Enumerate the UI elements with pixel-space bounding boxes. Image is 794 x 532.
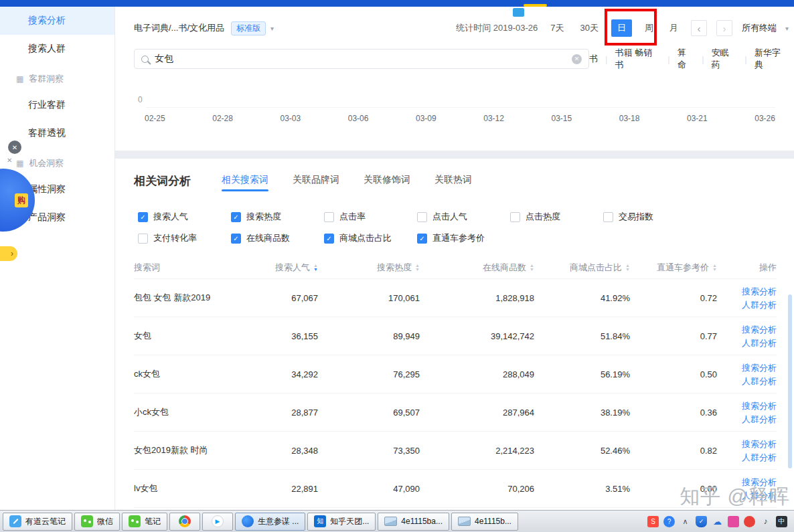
metric-checkbox-1[interactable]: ✓搜索热度 xyxy=(231,211,324,223)
help-icon[interactable]: ? xyxy=(663,516,675,527)
action-link-0[interactable]: 搜索分析 xyxy=(742,286,777,297)
hot-link-3[interactable]: 安眠药 xyxy=(712,47,738,71)
range-button-0[interactable]: 7天 xyxy=(547,19,567,37)
sidebar-item-0[interactable]: 搜索分析 xyxy=(0,7,114,35)
checkbox-icon[interactable] xyxy=(324,212,334,222)
value-cell: 28,348 xyxy=(241,446,318,456)
metric-checkbox-3[interactable]: 点击人气 xyxy=(417,211,510,223)
action-link-1[interactable]: 人群分析 xyxy=(742,337,777,349)
search-input[interactable] xyxy=(155,54,572,64)
checkbox-icon[interactable]: ✓ xyxy=(231,212,241,222)
action-link-1[interactable]: 人群分析 xyxy=(742,299,777,311)
checkbox-icon[interactable]: ✓ xyxy=(231,234,241,244)
red-app-icon[interactable] xyxy=(744,516,755,527)
tab-0[interactable]: 相关搜索词 xyxy=(222,169,268,196)
checkbox-icon[interactable] xyxy=(510,212,520,222)
range-button-4[interactable]: 月 xyxy=(666,19,682,37)
sidebar-item-3[interactable]: 行业客群 xyxy=(0,91,114,119)
date-range-buttons: 7天30天日周月 xyxy=(547,19,682,37)
taskbar-item-0[interactable]: 有道云笔记 xyxy=(3,513,72,531)
metric-checkbox-9[interactable]: ✓直通车参考价 xyxy=(417,232,510,244)
metric-checkbox-5[interactable]: 交易指数 xyxy=(603,211,696,223)
taskbar-item-6[interactable]: 知知乎天团... xyxy=(307,513,376,531)
checkbox-icon[interactable]: ✓ xyxy=(417,234,427,244)
sort-icons[interactable]: ▲▼ xyxy=(530,264,534,272)
table-header: 搜索词搜索人气▲▼搜索热度▲▼在线商品数▲▼商城点击占比▲▼直通车参考价▲▼操作 xyxy=(134,256,777,279)
taskbar-item-8[interactable]: 4e1115b... xyxy=(451,513,518,531)
action-link-1[interactable]: 人群分析 xyxy=(742,414,777,425)
column-header-4[interactable]: 商城点击占比▲▼ xyxy=(534,262,630,274)
value-cell: 47,090 xyxy=(318,484,420,494)
range-button-2[interactable]: 日 xyxy=(611,19,632,37)
sogou-icon[interactable]: S xyxy=(647,516,659,527)
range-button-3[interactable]: 周 xyxy=(641,19,657,37)
metric-checkbox-2[interactable]: 点击率 xyxy=(324,211,417,223)
metric-checkbox-0[interactable]: ✓搜索人气 xyxy=(138,211,231,223)
defender-shield-icon[interactable]: ✓ xyxy=(696,516,707,527)
hot-link-1[interactable]: 书籍 畅销书 xyxy=(615,47,660,71)
metric-checkbox-4[interactable]: 点击热度 xyxy=(510,211,603,223)
taskbar-item-5[interactable]: 生意参谋 ... xyxy=(235,513,305,531)
ad-close-button[interactable]: ✕ xyxy=(8,141,21,154)
sort-icons[interactable]: ▲▼ xyxy=(712,264,717,272)
prev-page-button[interactable]: ‹ xyxy=(691,20,707,36)
sidebar-item-1[interactable]: 搜索人群 xyxy=(0,35,114,63)
tab-3[interactable]: 关联热词 xyxy=(434,169,472,196)
taskbar-item-7[interactable]: 4e1115ba... xyxy=(378,513,449,531)
volume-icon[interactable]: ♪ xyxy=(760,516,771,527)
hot-link-0[interactable]: 书 xyxy=(589,53,598,65)
taskbar-item-3[interactable] xyxy=(169,513,200,531)
range-button-1[interactable]: 30天 xyxy=(577,19,602,37)
sort-icons[interactable]: ▲▼ xyxy=(313,264,318,272)
sidebar-item-2[interactable]: ▦客群洞察 xyxy=(0,67,114,91)
chevron-down-icon[interactable]: ▾ xyxy=(270,25,274,32)
onedrive-icon[interactable]: ☁ xyxy=(712,516,723,527)
checkbox-icon[interactable]: ✓ xyxy=(324,234,334,244)
sidebar-item-label: 搜索分析 xyxy=(28,15,66,27)
checkbox-icon[interactable] xyxy=(417,212,427,222)
checkbox-icon[interactable] xyxy=(138,234,148,244)
hot-link-2[interactable]: 算命 xyxy=(678,47,695,71)
pink-app-icon[interactable] xyxy=(728,516,739,527)
action-link-1[interactable]: 人群分析 xyxy=(742,375,777,387)
sort-icons[interactable]: ▲▼ xyxy=(415,264,420,272)
metric-checkbox-7[interactable]: ✓在线商品数 xyxy=(231,232,324,244)
clear-search-icon[interactable]: ✕ xyxy=(572,54,582,64)
column-header-2[interactable]: 搜索热度▲▼ xyxy=(318,262,420,274)
value-cell: 287,964 xyxy=(420,408,534,418)
taskbar-item-4[interactable]: ▶ xyxy=(202,513,233,531)
checkbox-icon[interactable]: ✓ xyxy=(138,212,148,222)
taskbar-item-2[interactable]: 笔记 xyxy=(122,513,167,531)
action-link-0[interactable]: 搜索分析 xyxy=(742,438,777,450)
breadcrumb[interactable]: 电子词典/...书/文化用品 xyxy=(134,22,224,34)
keyword-cell: 女包2019新款 时尚 xyxy=(134,444,241,456)
next-page-button[interactable]: › xyxy=(716,20,732,36)
ad-expand-arrow[interactable]: › xyxy=(0,246,17,261)
scrollbar-thumb[interactable] xyxy=(788,294,792,468)
input-method-icon[interactable]: 中 xyxy=(776,516,787,527)
image-thumbnail-icon xyxy=(384,517,397,526)
sort-icons[interactable]: ▲▼ xyxy=(625,264,630,272)
taskbar-item-1[interactable]: 微信 xyxy=(74,513,120,531)
column-header-5[interactable]: 直通车参考价▲▼ xyxy=(630,262,717,274)
action-link-0[interactable]: 搜索分析 xyxy=(742,400,777,412)
action-link-1[interactable]: 人群分析 xyxy=(742,452,777,463)
tab-2[interactable]: 关联修饰词 xyxy=(364,169,410,196)
up-arrow-icon[interactable]: ∧ xyxy=(680,516,691,527)
actions-cell: 搜索分析人群分析 xyxy=(717,400,777,425)
action-link-0[interactable]: 搜索分析 xyxy=(742,324,777,335)
terminal-selector[interactable]: 所有终端 ▾ xyxy=(742,22,789,34)
metric-checkbox-8[interactable]: ✓商城点击占比 xyxy=(324,232,417,244)
tab-1[interactable]: 关联品牌词 xyxy=(293,169,339,196)
column-header-3[interactable]: 在线商品数▲▼ xyxy=(420,262,534,274)
checkbox-icon[interactable] xyxy=(603,212,613,222)
table-row: 包包 女包 新款201967,067170,0611,828,91841.92%… xyxy=(134,279,777,317)
sort-desc-icon: ▼ xyxy=(530,268,534,272)
ad-close-icon[interactable]: ✕ xyxy=(7,157,12,164)
wechat-icon xyxy=(129,515,141,527)
promo-badge: 购 xyxy=(15,193,28,207)
column-header-1[interactable]: 搜索人气▲▼ xyxy=(241,262,318,274)
hot-link-4[interactable]: 新华字典 xyxy=(755,47,789,71)
action-link-0[interactable]: 搜索分析 xyxy=(742,362,777,373)
metric-checkbox-6[interactable]: 支付转化率 xyxy=(138,232,231,244)
